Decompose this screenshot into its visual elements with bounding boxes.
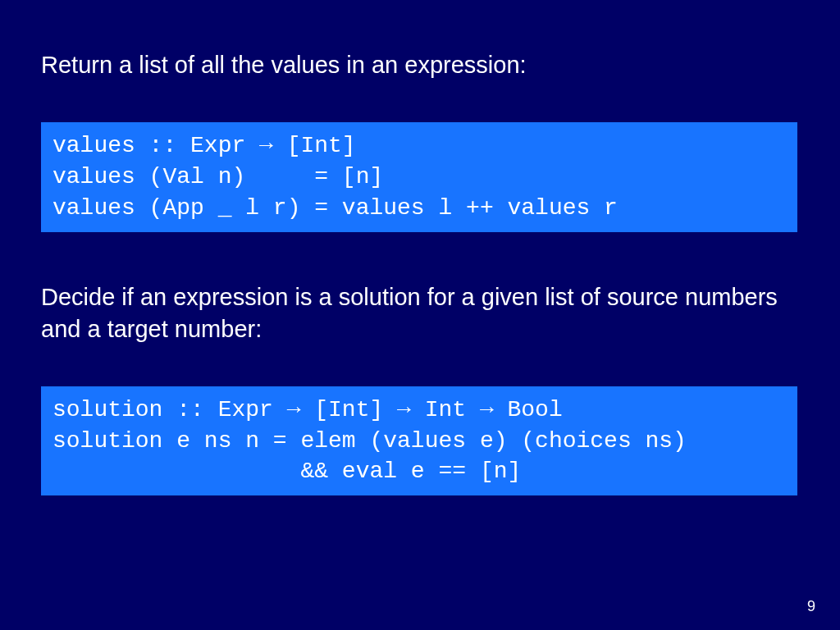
code-block-solution: solution :: Expr → [Int] → Int → Bool so… [41, 386, 797, 495]
page-number: 9 [807, 598, 815, 615]
description-text-1: Return a list of all the values in an ex… [41, 49, 799, 81]
code-block-values: values :: Expr → [Int] values (Val n) = … [41, 122, 797, 231]
description-text-2: Decide if an expression is a solution fo… [41, 281, 799, 345]
